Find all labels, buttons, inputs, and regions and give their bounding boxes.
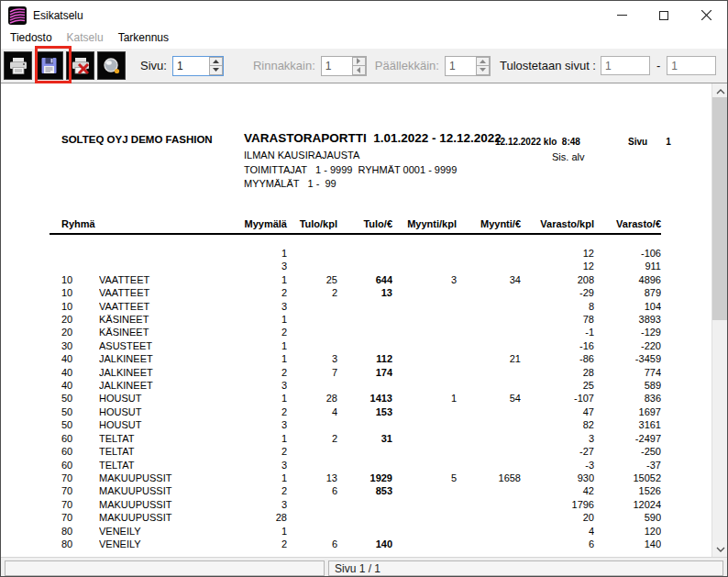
- table-cell: HOUSUT: [99, 405, 235, 418]
- table-cell: 20: [50, 326, 99, 338]
- table-cell: [287, 459, 337, 472]
- close-icon: [701, 10, 711, 20]
- table-cell: ASUSTEET: [99, 339, 235, 352]
- table-cell: VENEILY: [99, 525, 235, 538]
- overlap-spin-up-button[interactable]: [476, 57, 490, 67]
- table-cell: 3: [235, 300, 287, 313]
- table-cell: [392, 418, 457, 431]
- minimize-button[interactable]: [601, 1, 643, 29]
- table-cell: 879: [594, 286, 661, 299]
- table-cell: [287, 445, 337, 458]
- solteq-logo-icon: [8, 6, 27, 25]
- report-page-indicator: Sivu 1: [628, 137, 671, 147]
- report-stores-line: MYYMÄLÄT 1 - 99: [244, 178, 336, 189]
- report-company: SOLTEQ OYJ DEMO FASHION: [61, 134, 213, 145]
- table-header-row: Ryhmä Myymälä Tulo/kpl Tulo/€ Myynti/kpl…: [50, 216, 661, 234]
- table-cell: 2: [287, 286, 337, 299]
- table-cell: [287, 300, 337, 313]
- table-cell: TELTAT: [99, 459, 235, 472]
- table-cell: JALKINEET: [99, 379, 235, 392]
- close-button[interactable]: [685, 1, 727, 29]
- table-cell: 3: [235, 498, 287, 511]
- table-cell: -1: [521, 326, 594, 338]
- scroll-down-button[interactable]: [712, 541, 727, 557]
- table-cell: 2: [235, 405, 287, 418]
- table-cell: 1697: [594, 405, 661, 418]
- table-cell: 930: [521, 472, 594, 484]
- table-cell: 853: [337, 484, 392, 497]
- table-cell: [457, 538, 521, 550]
- table-cell: [392, 445, 457, 458]
- table-row: 20KÄSINEET1783893: [50, 313, 661, 326]
- table-cell: [287, 525, 337, 538]
- table-cell: [392, 379, 457, 392]
- table-cell: [287, 260, 337, 272]
- table-cell: 2: [235, 538, 287, 550]
- table-cell: 21: [457, 352, 521, 365]
- table-cell: [392, 326, 457, 338]
- table-cell: 104: [594, 300, 661, 313]
- status-panel-left: [5, 560, 325, 576]
- table-cell: -2497: [594, 432, 661, 445]
- table-cell: [457, 418, 521, 431]
- table-cell: [337, 525, 392, 538]
- table-row: 70MAKUUPUSSIT3179612024: [50, 498, 661, 511]
- table-row: 70MAKUUPUSSIT26853421526: [50, 484, 661, 497]
- table-row: 40JALKINEET325589: [50, 379, 661, 392]
- table-cell: 30: [50, 339, 99, 352]
- overlap-spin-down-button[interactable]: [476, 66, 490, 75]
- table-cell: 80: [50, 538, 99, 550]
- print-range-from-input[interactable]: [601, 56, 650, 75]
- table-cell: KÄSINEET: [99, 326, 235, 338]
- table-cell: 1: [235, 472, 287, 484]
- table-cell: [287, 498, 337, 511]
- window-title: Esikatselu: [33, 9, 83, 22]
- table-cell: 1: [235, 525, 287, 538]
- menu-katselu[interactable]: Katselu: [60, 29, 111, 46]
- parallel-input[interactable]: [322, 57, 352, 75]
- page-spin-up-button[interactable]: [209, 57, 223, 67]
- table-cell: HOUSUT: [99, 418, 235, 431]
- maximize-button[interactable]: [643, 1, 685, 29]
- table-cell: 1: [235, 339, 287, 352]
- cancel-print-button[interactable]: [66, 51, 94, 80]
- table-cell: [337, 418, 392, 431]
- table-cell: 50: [50, 392, 99, 405]
- table-cell: VAATTEET: [99, 273, 235, 286]
- page-spin-down-button[interactable]: [209, 66, 223, 75]
- page-input[interactable]: [173, 57, 209, 75]
- parallel-spin-right-button[interactable]: [352, 57, 366, 67]
- table-cell: VAATTEET: [99, 286, 235, 299]
- status-bar: Sivu 1 / 1: [1, 557, 727, 577]
- chevron-up-icon: [716, 89, 725, 94]
- table-cell: VAATTEET: [99, 300, 235, 313]
- zoom-button[interactable]: [97, 51, 126, 80]
- print-range-to-input[interactable]: [667, 56, 716, 75]
- menu-tarkennus[interactable]: Tarkennus: [111, 29, 176, 46]
- table-cell: [392, 366, 457, 379]
- table-cell: 4896: [594, 273, 661, 286]
- scrollbar-thumb[interactable]: [712, 97, 727, 320]
- menu-tiedosto[interactable]: Tiedosto: [3, 29, 60, 46]
- table-cell: 50: [50, 405, 99, 418]
- overlap-input[interactable]: [446, 57, 476, 75]
- parallel-spin-left-button[interactable]: [352, 66, 366, 75]
- table-cell: 1796: [521, 498, 594, 511]
- table-row: 10VAATTEET38104: [50, 300, 661, 313]
- table-cell: [457, 313, 521, 326]
- table-cell: [457, 260, 521, 272]
- table-cell: 3: [235, 418, 287, 431]
- table-cell: 82: [521, 418, 594, 431]
- table-cell: [99, 234, 235, 260]
- table-cell: [392, 459, 457, 472]
- save-button[interactable]: [35, 51, 63, 80]
- table-cell: MAKUUPUSSIT: [99, 472, 235, 484]
- vertical-scrollbar[interactable]: [711, 83, 727, 557]
- table-cell: 590: [594, 511, 661, 524]
- table-cell: 1: [235, 432, 287, 445]
- print-button[interactable]: [4, 51, 32, 80]
- table-cell: [287, 234, 337, 260]
- table-cell: [337, 326, 392, 338]
- table-cell: [392, 260, 457, 272]
- table-cell: 70: [50, 498, 99, 511]
